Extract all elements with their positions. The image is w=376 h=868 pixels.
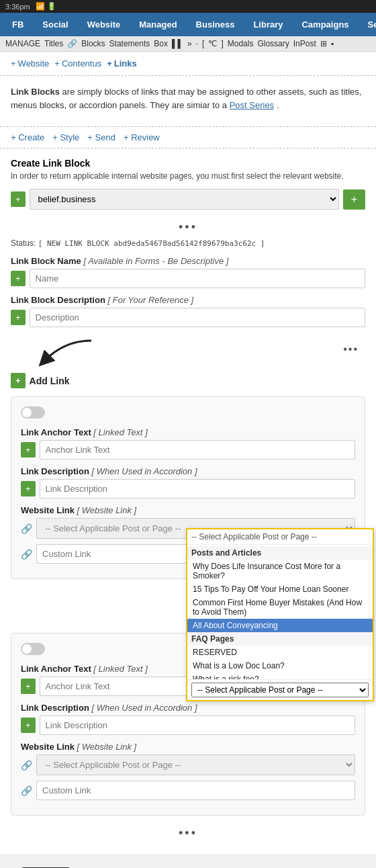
link-block-desc-row: +	[11, 308, 365, 327]
link-icon-1: 🔗	[21, 523, 32, 534]
name-plus-icon[interactable]: +	[11, 271, 26, 286]
dd-list[interactable]: Posts and Articles Why Does Life Insuran…	[187, 545, 373, 679]
action-send[interactable]: + Send	[87, 132, 115, 142]
status-line: Status: [ NEW LINK BLOCK abd9eda54678ad5…	[11, 238, 365, 248]
anchor-input-row-1: +	[21, 440, 355, 460]
subnav-link-icon[interactable]: 🔗	[67, 39, 77, 48]
desc-input-1[interactable]	[40, 479, 355, 498]
domain-select[interactable]: belief.business	[30, 189, 339, 210]
domain-plus-icon[interactable]: +	[11, 191, 26, 207]
desc-plus-icon[interactable]: +	[11, 310, 26, 325]
add-link-plus-icon: +	[11, 373, 26, 388]
dd-item-2[interactable]: Common First Home Buyer Mistakes (And Ho…	[187, 596, 373, 619]
action-bar: + Create + Style + Send + Review	[0, 127, 376, 148]
plus-icon-website: +	[11, 58, 16, 69]
subnav-grid[interactable]: ⊞	[320, 39, 327, 48]
action-review[interactable]: + Review	[124, 132, 160, 142]
breadcrumb-links[interactable]: + Links	[107, 58, 137, 69]
subnav-inpost[interactable]: InPost	[293, 39, 316, 48]
website-label-1: Website Link [ Website Link ]	[21, 505, 355, 515]
post-series-link[interactable]: Post Series	[230, 100, 274, 110]
subnav-reverse-c[interactable]: ℃	[208, 39, 217, 48]
dd-item-1[interactable]: 15 Tips To Pay Off Your Home Loan Sooner	[187, 582, 373, 596]
desc-label-1: Link Description [ When Used in Accordio…	[21, 466, 355, 476]
nav-fb[interactable]: FB	[3, 13, 33, 36]
subnav-statements[interactable]: Statements	[109, 39, 150, 48]
plus-icon-contentus: +	[54, 58, 60, 69]
dd-item-faq-0[interactable]: RESERVED	[187, 646, 373, 659]
anchor-plus-2[interactable]: +	[21, 679, 36, 694]
dots-1: •••	[11, 216, 365, 238]
dd-item-0[interactable]: Why Does Life Insurance Cost More for a …	[187, 560, 373, 582]
dd-item-faq-2[interactable]: What is a risk fee?	[187, 672, 373, 679]
main-nav: FB Social Website Managed Business Libra…	[0, 13, 376, 36]
desc-input-row-2: +	[21, 715, 355, 735]
dd-footer: -- Select Applicable Post or Page --	[187, 679, 373, 700]
desc-input-2[interactable]	[40, 715, 355, 735]
intro-text: Link Blocks are simply blocks of links t…	[11, 85, 365, 112]
dd-item-faq-1[interactable]: What is a Low Doc Loan?	[187, 659, 373, 672]
breadcrumb-website[interactable]: + + Website Website	[11, 58, 49, 69]
subnav-blocks[interactable]: Blocks	[81, 39, 105, 48]
plus-icon-links: +	[107, 58, 112, 69]
nav-website[interactable]: Website	[78, 13, 130, 36]
dots-2: •••	[343, 341, 359, 358]
subnav-bracket-close[interactable]: ]	[221, 39, 223, 48]
nav-settings[interactable]: Settings	[359, 13, 376, 36]
action-style[interactable]: + Style	[52, 132, 79, 142]
link-block-name-label: Link Block Name [ Available in Forms - B…	[11, 256, 365, 266]
desc-plus-2[interactable]: +	[21, 718, 36, 733]
link-card-1: Link Anchor Text [ Linked Text ] + Link …	[11, 396, 365, 579]
link-block-name-row: +	[11, 269, 365, 288]
nav-managed[interactable]: Managed	[130, 13, 186, 36]
nav-campaigns[interactable]: Campaigns	[292, 13, 358, 36]
toggle-1[interactable]	[21, 406, 45, 419]
create-description: In order to return applicable internal w…	[11, 171, 365, 181]
action-create[interactable]: + Create	[11, 132, 44, 142]
sub-nav: MANAGE Titles 🔗 Blocks Statements Box ▌▌…	[0, 36, 376, 52]
subnav-square[interactable]: ▪	[331, 39, 334, 48]
link-block-desc-label: Link Block Description [ For Your Refere…	[11, 295, 365, 305]
desc-input-row-1: +	[21, 479, 355, 498]
link-block-name-input[interactable]	[30, 269, 365, 288]
subnav-titles[interactable]: Titles	[44, 39, 63, 48]
dd-section-posts: Posts and Articles	[187, 546, 373, 560]
link-block-desc-input[interactable]	[30, 308, 365, 327]
nav-business[interactable]: Business	[187, 13, 244, 36]
breadcrumb-contentus[interactable]: + Contentus	[54, 58, 101, 69]
subnav-dot: ·	[196, 39, 198, 48]
anchor-plus-1[interactable]: +	[21, 442, 36, 458]
subnav-modals[interactable]: Modals	[228, 39, 254, 48]
select-row-2: 🔗 -- Select Applicable Post or Page --	[21, 754, 355, 775]
nav-library[interactable]: Library	[244, 13, 292, 36]
subnav-glossary[interactable]: Glossary	[257, 39, 289, 48]
website-label-2: Website Link [ Website Link ]	[21, 742, 355, 752]
subnav-manage[interactable]: MANAGE	[5, 39, 40, 48]
link-icon-2: 🔗	[21, 760, 32, 771]
desc-plus-1[interactable]: +	[21, 481, 36, 496]
subnav-guillemet[interactable]: »	[187, 39, 192, 48]
domain-row: + belief.business +	[11, 189, 365, 210]
intro-content: Link Blocks are simply blocks of links t…	[0, 76, 376, 127]
arrow-graphic	[11, 334, 98, 367]
custom-link-2[interactable]	[36, 781, 355, 800]
subnav-quotes[interactable]: ▌▌	[172, 39, 183, 48]
dd-footer-select[interactable]: -- Select Applicable Post or Page --	[191, 683, 369, 697]
subnav-bracket-open[interactable]: [	[202, 39, 204, 48]
status-bar: 3:36pm 📶 🔋	[0, 0, 376, 13]
create-title: Create Link Block	[11, 158, 365, 169]
dd-header-text: -- Select Applicable Post or Page --	[191, 532, 317, 541]
save-row: Save	[0, 854, 376, 868]
anchor-input-1[interactable]	[40, 440, 355, 460]
dropdown-popup: -- Select Applicable Post or Page -- Pos…	[186, 528, 374, 701]
dd-item-3[interactable]: All About Conveyancing	[187, 619, 373, 632]
post-select-2[interactable]: -- Select Applicable Post or Page --	[36, 754, 355, 775]
breadcrumb: + + Website Website + Contentus + Links	[0, 52, 376, 76]
domain-add-button[interactable]: +	[343, 189, 365, 210]
nav-social[interactable]: Social	[33, 13, 77, 36]
dd-header: -- Select Applicable Post or Page --	[187, 529, 373, 545]
subnav-box[interactable]: Box	[154, 39, 168, 48]
create-section: Create Link Block In order to return app…	[0, 148, 376, 854]
toggle-2[interactable]	[21, 643, 45, 655]
add-link-button[interactable]: + Add Link	[11, 373, 365, 388]
